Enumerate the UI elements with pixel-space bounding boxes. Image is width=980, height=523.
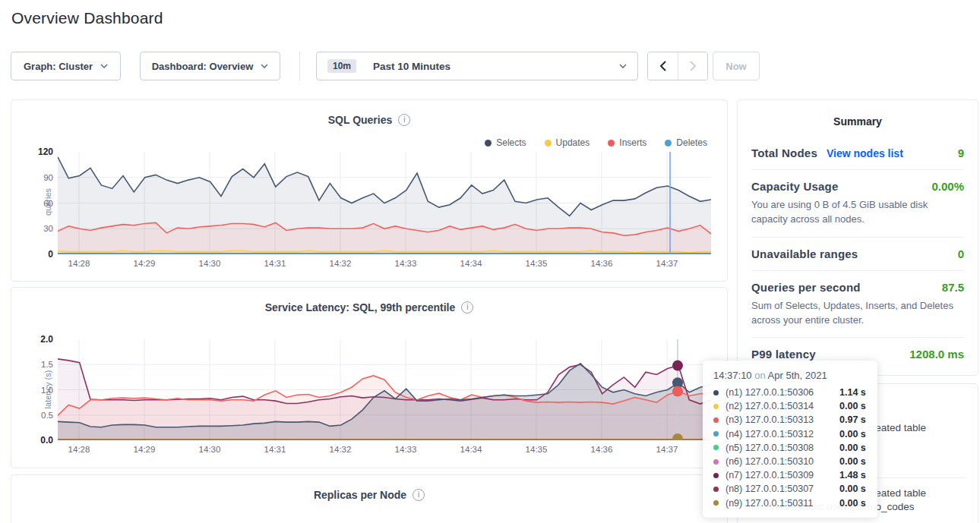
summary-row: Queries per second87.5Sum of Selects, Up… xyxy=(751,271,964,339)
sql-queries-panel: SQL Queries SelectsUpdatesInsertsDeletes… xyxy=(11,99,728,282)
x-tick-label: 14:36 xyxy=(591,259,613,268)
x-tick-label: 14:37 xyxy=(656,259,678,268)
x-tick-label: 14:33 xyxy=(395,445,417,454)
tooltip-date: Apr 5th, 2021 xyxy=(768,370,827,381)
sql-queries-title-row: SQL Queries xyxy=(11,114,727,126)
info-icon[interactable] xyxy=(413,489,425,501)
summary-row: Total NodesView nodes list9 xyxy=(751,137,964,170)
summary-row-head: P99 latency1208.0 ms xyxy=(751,348,964,361)
sql-queries-plot[interactable] xyxy=(58,152,711,254)
tooltip-node-value: 0.00 s xyxy=(839,484,866,494)
chevron-down-icon xyxy=(261,64,268,68)
legend-item-selects[interactable]: Selects xyxy=(485,137,526,148)
y-tick-label: 0.0 xyxy=(40,435,53,446)
summary-label: Queries per second xyxy=(751,281,861,294)
tooltip-node-label: (n4) 127.0.0.1:50312 xyxy=(726,429,839,440)
x-tick-label: 14:36 xyxy=(591,445,613,454)
node-color-dot xyxy=(713,473,719,478)
x-tick-label: 14:28 xyxy=(68,445,90,454)
page-title: Overview Dashboard xyxy=(11,9,163,27)
x-tick-label: 14:33 xyxy=(395,259,417,268)
summary-rows: Total NodesView nodes list9Capacity Usag… xyxy=(751,137,964,370)
chart-title: Service Latency: SQL, 99th percentile xyxy=(265,301,456,313)
x-tick-label: 14:32 xyxy=(330,445,352,454)
tooltip-node-label: (n7) 127.0.0.1:50309 xyxy=(726,470,839,480)
x-tick-label: 14:32 xyxy=(330,259,352,268)
time-forward-button[interactable] xyxy=(678,52,707,80)
y-tick-label: 30 xyxy=(43,224,53,233)
summary-row: Unavailable ranges0 xyxy=(751,238,964,271)
summary-label: P99 latency xyxy=(751,348,816,361)
node-color-dot xyxy=(713,404,719,409)
x-tick-label: 14:31 xyxy=(264,445,286,454)
tooltip-node-label: (n3) 127.0.0.1:50313 xyxy=(726,414,839,425)
info-icon[interactable] xyxy=(461,301,473,313)
tooltip-node-label: (n8) 127.0.0.1:50307 xyxy=(726,484,839,494)
tooltip-timestamp: 14:37:10 on Apr 5th, 2021 xyxy=(713,370,867,381)
dashboard-dropdown[interactable]: Dashboard: Overview xyxy=(140,52,280,80)
replicas-per-node-panel: Replicas per Node xyxy=(11,474,728,523)
summary-value: 0 xyxy=(958,247,964,260)
tooltip-row: (n8) 127.0.0.1:503070.00 s xyxy=(713,482,867,496)
tooltip-time: 14:37:10 xyxy=(713,370,752,381)
hover-dot xyxy=(672,361,683,371)
y-tick-label: 1.5 xyxy=(41,360,53,369)
x-tick-label: 14:29 xyxy=(134,259,156,268)
legend-dot xyxy=(485,140,492,147)
summary-value: 0.00% xyxy=(931,180,964,193)
x-tick-label: 14:28 xyxy=(68,259,90,268)
node-color-dot xyxy=(713,390,719,395)
summary-row-head: Queries per second87.5 xyxy=(751,281,964,294)
x-tick-label: 14:29 xyxy=(134,445,156,454)
y-tick-label: 1.0 xyxy=(41,386,53,395)
chevron-right-icon xyxy=(690,61,697,71)
summary-title: Summary xyxy=(751,115,964,128)
now-button[interactable]: Now xyxy=(713,52,760,80)
tooltip-node-label: (n9) 127.0.0.1:50311 xyxy=(726,498,839,509)
x-tick-label: 14:35 xyxy=(526,259,548,268)
summary-value: 9 xyxy=(958,147,964,159)
tooltip-node-value: 1.48 s xyxy=(839,470,866,480)
summary-row-head: Capacity Usage0.00% xyxy=(751,180,964,193)
tooltip-node-label: (n1) 127.0.0.1:50306 xyxy=(726,387,839,398)
dashboard-dropdown-label: Dashboard: Overview xyxy=(152,61,254,72)
legend-item-updates[interactable]: Updates xyxy=(545,137,590,148)
legend-item-inserts[interactable]: Inserts xyxy=(608,137,646,148)
graph-dropdown[interactable]: Graph: Cluster xyxy=(11,52,121,80)
service-latency-plot[interactable] xyxy=(58,339,711,440)
chevron-down-icon xyxy=(100,64,108,68)
tooltip-row: (n5) 127.0.0.1:503080.00 s xyxy=(713,441,867,455)
x-tick-label: 14:34 xyxy=(460,445,482,454)
summary-label: Unavailable ranges xyxy=(751,247,858,260)
y-tick-label: 2.0 xyxy=(40,334,53,345)
chevron-left-icon xyxy=(659,61,666,71)
legend-dot xyxy=(665,140,672,147)
legend-label: Deletes xyxy=(676,137,707,148)
legend-dot xyxy=(608,140,615,147)
tooltip-node-value: 0.00 s xyxy=(839,401,866,411)
summary-row-head: Total NodesView nodes list9 xyxy=(751,147,964,159)
y-axis-ticks: 0306090120 xyxy=(11,152,53,254)
node-color-dot xyxy=(713,500,719,506)
summary-row: Capacity Usage0.00%You are using 0 B of … xyxy=(751,170,964,238)
summary-description: You are using 0 B of 4.5 GiB usable disk… xyxy=(751,198,964,227)
node-color-dot xyxy=(713,431,719,436)
x-tick-label: 14:30 xyxy=(199,259,221,268)
legend-label: Updates xyxy=(556,137,590,148)
info-icon[interactable] xyxy=(398,114,410,126)
tooltip-row: (n3) 127.0.0.1:503130.97 s xyxy=(713,413,867,427)
hover-dot xyxy=(672,386,683,396)
legend-label: Selects xyxy=(496,137,526,148)
time-range-dropdown[interactable]: 10m Past 10 Minutes xyxy=(316,52,638,80)
time-back-button[interactable] xyxy=(648,52,678,80)
time-range-badge: 10m xyxy=(327,59,356,73)
sql-queries-legend: SelectsUpdatesInsertsDeletes xyxy=(485,137,707,148)
tooltip-node-value: 0.00 s xyxy=(839,456,866,467)
tooltip-row: (n4) 127.0.0.1:503120.00 s xyxy=(713,427,867,441)
view-nodes-link[interactable]: View nodes list xyxy=(827,147,903,159)
legend-item-deletes[interactable]: Deletes xyxy=(665,137,707,148)
chart-title: Replicas per Node xyxy=(314,489,406,501)
y-tick-label: 0 xyxy=(48,249,53,260)
y-tick-label: 60 xyxy=(43,199,53,208)
y-tick-label: 90 xyxy=(43,173,53,182)
